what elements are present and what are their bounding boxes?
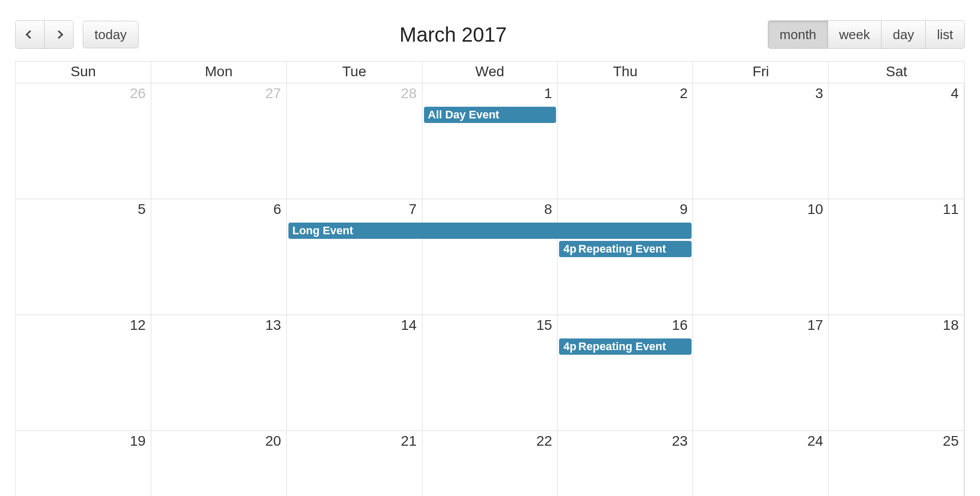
calendar-day-cell[interactable]: 3 — [693, 83, 829, 199]
day-number: 5 — [138, 201, 146, 218]
day-number: 26 — [130, 85, 146, 102]
calendar-day-cell[interactable]: 24 — [693, 431, 829, 496]
event-title: Long Event — [292, 224, 353, 237]
event-title: Repeating Event — [578, 340, 666, 353]
event-time: 4p — [563, 340, 576, 353]
calendar-day-cell[interactable]: 23 — [558, 431, 693, 496]
calendar-day-cell[interactable]: 27 — [151, 83, 287, 199]
day-number: 11 — [943, 201, 959, 218]
day-number: 23 — [672, 433, 688, 449]
calendar-day-cell[interactable]: 10 — [693, 199, 829, 315]
day-number: 20 — [266, 433, 281, 449]
event-time: 4p — [563, 242, 576, 255]
day-header: Tue — [287, 61, 422, 83]
day-number: 6 — [273, 201, 281, 218]
day-number: 28 — [401, 85, 416, 102]
day-number: 2 — [680, 85, 688, 102]
day-header: Sun — [16, 61, 151, 83]
day-number: 17 — [807, 317, 823, 333]
day-number: 4 — [951, 85, 959, 102]
chevron-right-icon — [55, 30, 63, 39]
nav-button-group — [15, 20, 74, 49]
calendar-day-cell[interactable]: 19 — [16, 431, 151, 496]
day-number: 10 — [807, 201, 823, 218]
day-number: 27 — [266, 85, 281, 102]
calendar-day-cell[interactable]: 28 — [287, 83, 422, 199]
event-title: All Day Event — [428, 108, 500, 121]
day-number: 16 — [672, 317, 688, 333]
chevron-left-icon — [26, 30, 35, 39]
calendar-title: March 2017 — [400, 23, 507, 46]
calendar-day-cell[interactable]: 2 — [558, 83, 693, 199]
day-header: Fri — [693, 61, 829, 83]
calendar-day-cell[interactable]: 17 — [693, 315, 829, 430]
day-number: 25 — [943, 433, 959, 449]
day-number: 12 — [130, 317, 146, 333]
day-header: Thu — [558, 61, 693, 83]
calendar-day-cell[interactable]: 16 — [558, 315, 693, 430]
view-button-group: month week day list — [768, 20, 965, 49]
day-number: 9 — [680, 201, 688, 218]
day-header: Wed — [422, 61, 558, 83]
calendar-event[interactable]: 4pRepeating Event — [559, 241, 692, 257]
day-number: 7 — [409, 201, 417, 218]
day-number: 21 — [401, 433, 416, 449]
calendar-day-cell[interactable]: 25 — [829, 431, 964, 496]
day-number: 19 — [130, 433, 146, 449]
event-title: Repeating Event — [578, 242, 666, 255]
calendar-week-row: 567891011Long Event4pRepeating Event — [16, 199, 964, 315]
calendar-day-cell[interactable]: 18 — [829, 315, 964, 430]
calendar-day-cell[interactable]: 1 — [422, 83, 558, 199]
view-day-button[interactable]: day — [881, 21, 925, 48]
calendar-day-cell[interactable]: 5 — [16, 199, 151, 315]
next-button[interactable] — [44, 21, 73, 48]
day-header-row: SunMonTueWedThuFriSat — [16, 61, 964, 83]
prev-button[interactable] — [16, 21, 44, 48]
calendar-toolbar: today March 2017 month week day list — [15, 20, 965, 49]
calendar-day-cell[interactable]: 8 — [422, 199, 558, 315]
calendar-day-cell[interactable]: 7 — [287, 199, 422, 315]
calendar-day-cell[interactable]: 22 — [422, 431, 558, 496]
day-number: 14 — [401, 317, 416, 333]
day-number: 22 — [536, 433, 552, 449]
view-week-button[interactable]: week — [828, 21, 881, 48]
view-month-button[interactable]: month — [768, 21, 827, 48]
day-header: Sat — [829, 61, 964, 83]
day-number: 18 — [943, 317, 959, 333]
calendar-grid: SunMonTueWedThuFriSat 2627281234All Day … — [15, 61, 965, 496]
day-header: Mon — [151, 61, 287, 83]
calendar-day-cell[interactable]: 4 — [829, 83, 964, 199]
calendar-event[interactable]: All Day Event — [424, 107, 557, 123]
today-button[interactable]: today — [83, 21, 139, 48]
day-number: 15 — [536, 317, 552, 333]
calendar-event[interactable]: Long Event — [288, 223, 692, 239]
calendar-day-cell[interactable]: 20 — [151, 431, 287, 496]
calendar-day-cell[interactable]: 11 — [829, 199, 964, 315]
calendar-day-cell[interactable]: 14 — [287, 315, 422, 430]
calendar-day-cell[interactable]: 15 — [422, 315, 558, 430]
calendar-week-row: 19202122232425 — [16, 431, 964, 496]
day-number: 24 — [807, 433, 823, 449]
calendar-week-row: 2627281234All Day Event — [16, 83, 964, 199]
day-number: 1 — [544, 85, 552, 102]
calendar-event[interactable]: 4pRepeating Event — [559, 338, 692, 355]
day-number: 3 — [815, 85, 824, 102]
calendar-day-cell[interactable]: 6 — [151, 199, 287, 315]
day-number: 13 — [266, 317, 281, 333]
calendar-day-cell[interactable]: 21 — [287, 431, 422, 496]
calendar-day-cell[interactable]: 12 — [16, 315, 151, 430]
day-number: 8 — [544, 201, 552, 218]
calendar-day-cell[interactable]: 13 — [151, 315, 287, 430]
view-list-button[interactable]: list — [925, 21, 964, 48]
calendar-week-row: 121314151617184pRepeating Event — [16, 315, 964, 431]
calendar-day-cell[interactable]: 26 — [16, 83, 151, 199]
